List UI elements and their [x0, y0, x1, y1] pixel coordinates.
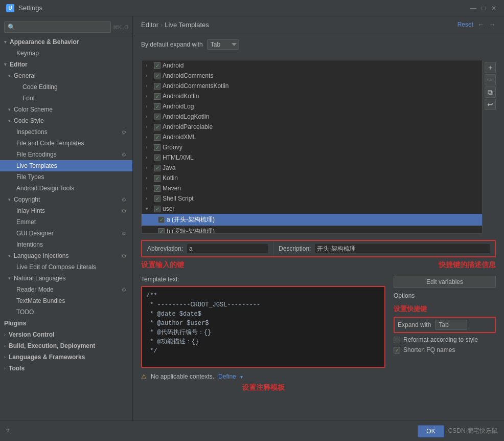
edit-variables-button[interactable]: Edit variables — [394, 276, 496, 288]
sidebar-item-live-edit-compose[interactable]: Live Edit of Compose Literals — [0, 261, 132, 273]
tree-item-android[interactable]: ›Android — [142, 60, 482, 71]
sidebar-item-file-encodings[interactable]: File Encodings⚙ — [0, 149, 132, 160]
remove-template-button[interactable]: − — [485, 74, 496, 85]
checkbox-user[interactable] — [154, 206, 161, 212]
sidebar-item-textmate-bundles[interactable]: TextMate Bundles — [0, 295, 132, 306]
sidebar-item-inlay-hints[interactable]: Inlay Hints⚙ — [0, 205, 132, 216]
sidebar-item-editor[interactable]: ▾Editor — [0, 59, 132, 70]
sidebar-item-build-execution[interactable]: ›Build, Execution, Deployment — [0, 340, 132, 351]
sidebar-item-version-control[interactable]: ›Version Control — [0, 329, 132, 340]
tree-item-maven[interactable]: ›Maven — [142, 183, 482, 193]
sidebar-item-code-editing[interactable]: Code Editing — [0, 81, 132, 93]
checkbox-android-log[interactable] — [154, 103, 161, 110]
define-link[interactable]: Define — [218, 373, 236, 380]
tree-item-android-comments-kotlin[interactable]: ›AndroidCommentsKotlin — [142, 81, 482, 91]
tree-item-android-log-kotlin[interactable]: ›AndroidLogKotlin — [142, 112, 482, 122]
close-button[interactable]: ✕ — [490, 4, 498, 12]
sidebar-item-file-types[interactable]: File Types — [0, 171, 132, 183]
checkbox-android-kotlin[interactable] — [154, 93, 161, 100]
checkbox-android-log-kotlin[interactable] — [154, 114, 161, 120]
sidebar-item-tools[interactable]: ›Tools — [0, 363, 132, 374]
tree-item-android-parcelable[interactable]: ›AndroidParcelable — [142, 122, 482, 132]
abbreviation-input[interactable] — [187, 244, 268, 253]
sidebar-item-copyright[interactable]: ▾Copyright⚙ — [0, 194, 132, 205]
checkbox-android-xml[interactable] — [154, 134, 161, 141]
checkbox-android-comments-kotlin[interactable] — [154, 83, 161, 90]
expand-default-select[interactable]: Tab Enter Space — [207, 39, 239, 50]
content-area: Editor › Live Templates Reset ← → By def… — [133, 16, 504, 421]
nav-forward-button[interactable]: → — [489, 20, 496, 29]
sidebar-item-intentions[interactable]: Intentions — [0, 239, 132, 250]
sidebar-item-font[interactable]: Font — [0, 93, 132, 104]
description-input[interactable] — [315, 244, 490, 253]
sidebar-item-general[interactable]: ▾General — [0, 70, 132, 81]
undo-template-button[interactable]: ↩ — [485, 99, 496, 110]
tree-item-groovy[interactable]: ›Groovy — [142, 142, 482, 152]
template-textarea[interactable]: /** * ---------CROOT_JGSL--------- * @da… — [141, 286, 385, 368]
add-template-button[interactable]: + — [485, 62, 496, 73]
sidebar-label-todo: TODO — [16, 308, 34, 316]
minimize-button[interactable]: — — [469, 4, 477, 12]
sidebar-item-android-design-tools[interactable]: Android Design Tools — [0, 183, 132, 194]
tree-item-html-xml[interactable]: ›HTML/XML — [142, 152, 482, 163]
tree-item-android-xml[interactable]: ›AndroidXML — [142, 132, 482, 142]
checkbox-android-comments[interactable] — [154, 73, 161, 79]
reformat-checkbox[interactable] — [394, 337, 400, 343]
sidebar-label-file-types: File Types — [16, 173, 44, 181]
expand-with-select[interactable]: Tab Enter Space — [435, 320, 467, 330]
tree-arrow-android-log-kotlin: › — [146, 114, 152, 119]
tree-item-user[interactable]: ▾user — [142, 204, 482, 214]
sidebar-item-languages-frameworks[interactable]: ›Languages & Frameworks — [0, 351, 132, 363]
nav-back-button[interactable]: ← — [477, 20, 485, 29]
sidebar-item-inspections[interactable]: Inspections⚙ — [0, 126, 132, 138]
reset-button[interactable]: Reset — [457, 21, 473, 28]
checkbox-android[interactable] — [154, 62, 161, 69]
checkbox-shell-script[interactable] — [154, 195, 161, 202]
sidebar-item-appearance[interactable]: ▾Appearance & Behavior — [0, 36, 132, 48]
checkbox-user-b[interactable] — [158, 228, 165, 234]
tree-arrow-maven: › — [146, 186, 152, 191]
tree-arrow-android-kotlin: › — [146, 94, 152, 99]
app-icon: U — [6, 4, 14, 12]
tree-item-user-a[interactable]: a (开头-架构梳理) — [142, 214, 482, 226]
tree-label-java: Java — [163, 164, 175, 171]
checkbox-maven[interactable] — [154, 185, 161, 192]
checkbox-java[interactable] — [154, 165, 161, 171]
shorten-checkbox[interactable] — [394, 347, 400, 354]
sidebar-item-live-templates[interactable]: Live Templates — [0, 160, 132, 171]
maximize-button[interactable]: □ — [479, 4, 488, 12]
sidebar-item-todo[interactable]: TODO — [0, 306, 132, 318]
sidebar-item-emmet[interactable]: Emmet — [0, 216, 132, 228]
sidebar-item-language-injections[interactable]: ▾Language Injections⚙ — [0, 250, 132, 261]
sidebar-item-reader-mode[interactable]: Reader Mode⚙ — [0, 284, 132, 295]
sidebar-item-plugins[interactable]: Plugins — [0, 318, 132, 329]
checkbox-android-parcelable[interactable] — [154, 124, 161, 130]
copy-template-button[interactable]: ⧉ — [485, 86, 496, 98]
tree-item-java[interactable]: ›Java — [142, 163, 482, 173]
checkbox-groovy[interactable] — [154, 144, 161, 151]
tree-item-android-kotlin[interactable]: ›AndroidKotlin — [142, 91, 482, 101]
checkbox-user-a[interactable] — [158, 216, 165, 223]
content-header: Editor › Live Templates Reset ← → — [133, 16, 504, 33]
checkbox-kotlin[interactable] — [154, 175, 161, 182]
sidebar-item-gui-designer[interactable]: GUI Designer⚙ — [0, 228, 132, 239]
tree-item-android-comments[interactable]: ›AndroidComments — [142, 71, 482, 81]
ok-button[interactable]: OK — [418, 425, 444, 437]
sidebar-item-code-style[interactable]: ▾Code Style — [0, 115, 132, 126]
tree-item-shell-script[interactable]: ›Shell Script — [142, 193, 482, 204]
sidebar-item-file-code-templates[interactable]: File and Code Templates — [0, 138, 132, 149]
sidebar-item-color-scheme[interactable]: ▾Color Scheme — [0, 104, 132, 115]
sidebar-item-natural-languages[interactable]: ▾Natural Languages — [0, 273, 132, 284]
help-icon[interactable]: ? — [6, 428, 10, 435]
abbreviation-section: Abbreviation: — [142, 241, 273, 256]
tree-item-android-log[interactable]: ›AndroidLog — [142, 101, 482, 112]
template-tree[interactable]: ›Android›AndroidComments›AndroidComments… — [141, 60, 483, 234]
checkbox-html-xml[interactable] — [154, 155, 161, 161]
sidebar-item-keymap[interactable]: Keymap — [0, 48, 132, 59]
search-box[interactable]: ⌘K ,O — [0, 18, 132, 36]
tree-arrow-user: ▾ — [146, 206, 152, 211]
breadcrumb-separator: › — [161, 21, 163, 29]
tree-item-kotlin[interactable]: ›Kotlin — [142, 173, 482, 183]
search-input[interactable] — [4, 21, 111, 33]
tree-item-user-b[interactable]: b (逻辑-架构梳理) — [142, 226, 482, 234]
